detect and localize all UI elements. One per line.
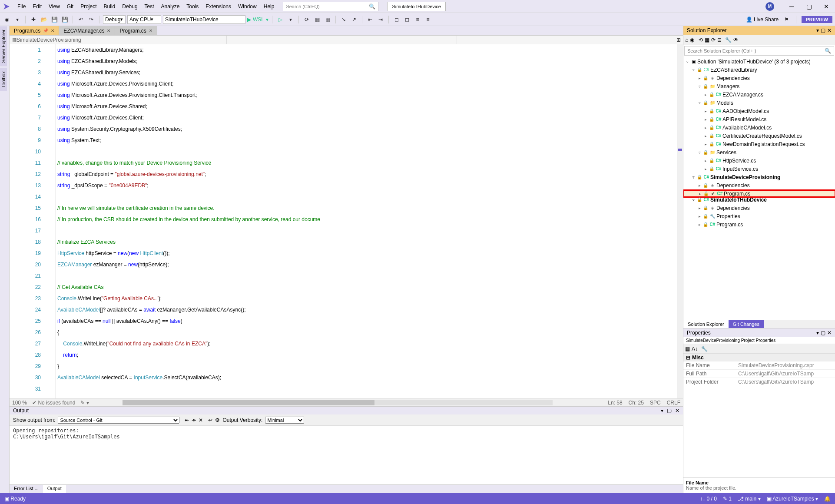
props-category[interactable]: ⊟ Misc — [683, 354, 835, 361]
props-maximize-icon[interactable]: ▢ — [821, 330, 825, 336]
tree-item-simulatedeviceprovisioning[interactable]: ▿🔒C# SimulateDeviceProvisioning — [683, 173, 835, 181]
tree-item-dependencies[interactable]: ▸🔒◈ Dependencies — [683, 181, 835, 189]
status-notification-icon[interactable]: 🔔 — [824, 496, 831, 502]
issues-indicator[interactable]: ✔ No issues found — [32, 400, 75, 406]
se-refresh-icon[interactable]: ⟳ — [711, 37, 716, 43]
feedback-icon[interactable]: ⚑ — [782, 15, 791, 24]
open-icon[interactable]: 📂 — [40, 15, 48, 24]
props-row-file-name[interactable]: File NameSimulateDeviceProvisioning.cspr — [683, 361, 835, 370]
redo-icon[interactable]: ↷ — [87, 15, 96, 24]
menu-view[interactable]: View — [45, 0, 63, 13]
tree-item-aadobjectmodel-cs[interactable]: ▸🔒C# AADObjectModel.cs — [683, 107, 835, 115]
health-icon[interactable]: ✎ ▾ — [80, 400, 89, 406]
output-verbosity-dropdown[interactable]: Minimal — [265, 417, 304, 424]
maximize-button[interactable]: ▢ — [800, 0, 818, 13]
se-tab[interactable]: Solution Explorer — [683, 320, 729, 328]
avatar[interactable]: M — [765, 2, 774, 11]
tree-item-availablecamodel-cs[interactable]: ▸🔒C# AvailableCAModel.cs — [683, 123, 835, 132]
props-cat-icon[interactable]: ▦ — [685, 346, 690, 352]
properties-subject[interactable]: SimulateDeviceProvisioning Project Prope… — [683, 337, 835, 344]
close-icon[interactable]: ✕ — [51, 28, 54, 33]
output-tab[interactable]: Output — [43, 485, 66, 493]
se-search[interactable]: 🔍 — [684, 46, 834, 56]
status-repo[interactable]: ▣ AzureIoTSamples ▾ — [767, 496, 818, 502]
doc-tab-0[interactable]: Program.cs📌✕ — [10, 26, 59, 35]
se-home-icon[interactable]: ⌂ — [685, 37, 688, 43]
menu-build[interactable]: Build — [100, 0, 119, 13]
tree-item-apiresultmodel-cs[interactable]: ▸🔒C# APIResultModel.cs — [683, 115, 835, 123]
se-search-input[interactable] — [687, 48, 825, 53]
output-clear-icon[interactable]: ✕ — [199, 417, 203, 423]
nav-scope-dropdown[interactable]: ▦ SimulateDeviceProvisioning — [10, 36, 227, 44]
tree-item-httpservice-cs[interactable]: ▸🔒C# HttpService.cs — [683, 156, 835, 165]
minimize-button[interactable]: ─ — [783, 0, 800, 13]
status-sync[interactable]: ↑↓ 0 / 0 — [700, 496, 717, 502]
output-close-icon[interactable]: ✕ — [675, 408, 679, 414]
doc-tab-2[interactable]: Program.cs✕ — [115, 26, 157, 35]
tree-item-program-cs[interactable]: ▸🔒C# Program.cs — [683, 220, 835, 229]
new-item-icon[interactable]: ✚ — [29, 15, 38, 24]
se-collapse-icon[interactable]: ⊟ — [717, 37, 722, 43]
se-maximize-icon[interactable]: ▢ — [821, 27, 825, 33]
status-changes[interactable]: ✎ 1 — [723, 496, 732, 502]
se-preview-icon[interactable]: 👁 — [733, 37, 739, 43]
status-branch[interactable]: ⎇ main ▾ — [738, 496, 761, 502]
menu-extensions[interactable]: Extensions — [202, 0, 235, 13]
menu-analyze[interactable]: Analyze — [158, 0, 183, 13]
preview-button[interactable]: PREVIEW — [802, 16, 832, 23]
tree-item-certificatecreaterequestmodel-cs[interactable]: ▸🔒C# CertificateCreateRequestModel.cs — [683, 132, 835, 140]
browser-link-icon[interactable]: ⟳ — [302, 15, 311, 24]
config-dropdown[interactable]: Debug ▾ — [103, 15, 126, 24]
close-button[interactable]: ✕ — [818, 0, 835, 13]
close-icon[interactable]: ✕ — [149, 28, 152, 33]
se-sync-icon[interactable]: ⟲ — [699, 37, 703, 43]
tree-item-simulateiothubdevice[interactable]: ▿🔒C# SimulateIoTHubDevice — [683, 196, 835, 204]
tree-item-dependencies[interactable]: ▸🔒◈ Dependencies — [683, 204, 835, 212]
nav-back-icon[interactable]: ◉ — [3, 15, 11, 24]
vertical-scrollbar[interactable] — [677, 44, 683, 398]
step-icon[interactable]: ↘ — [339, 15, 348, 24]
nav-class-dropdown[interactable] — [227, 36, 457, 44]
props-pages-icon[interactable]: 🔧 — [701, 346, 708, 352]
tree-item-inputservice-cs[interactable]: ▸🔒C# InputService.cs — [683, 165, 835, 173]
menu-window[interactable]: Window — [235, 0, 260, 13]
pin-icon[interactable]: 📌 — [43, 28, 48, 33]
ext3-icon[interactable]: ▦ — [323, 15, 332, 24]
nav-fwd-icon[interactable]: ▾ — [13, 15, 22, 24]
split-icon[interactable]: ⊞ — [674, 36, 683, 44]
zoom-level[interactable]: 100 % — [12, 400, 27, 406]
platform-dropdown[interactable]: Any CPU ▾ — [127, 15, 161, 24]
bookmark2-icon[interactable]: ◻ — [403, 15, 411, 24]
se-properties-icon[interactable]: 🔧 — [725, 37, 732, 43]
ext2-icon[interactable]: ▦ — [313, 15, 321, 24]
solution-tree[interactable]: ▿▣ Solution 'SimulateIoTHubDevice' (3 of… — [683, 56, 835, 320]
menu-help[interactable]: Help — [260, 0, 278, 13]
undo-icon[interactable]: ↶ — [76, 15, 85, 24]
tree-item-services[interactable]: ▿🔒📁 Services — [683, 148, 835, 156]
tree-item-properties[interactable]: ▸🔒🔧 Properties — [683, 212, 835, 220]
comment-icon[interactable]: ≡ — [413, 15, 422, 24]
close-icon[interactable]: ✕ — [107, 28, 110, 33]
tree-solution-root[interactable]: ▿▣ Solution 'SimulateIoTHubDevice' (3 of… — [683, 57, 835, 66]
output-pin-icon[interactable]: ▾ — [661, 408, 663, 414]
uncomment-icon[interactable]: ≡ — [424, 15, 432, 24]
props-close-icon[interactable]: ✕ — [827, 330, 832, 336]
menu-git[interactable]: Git — [63, 0, 77, 13]
error-list-tab[interactable]: Error List ... — [10, 485, 43, 493]
output-source-dropdown[interactable]: Source Control - Git — [58, 417, 179, 424]
output-wrap-icon[interactable]: ↩ — [208, 417, 212, 423]
menu-tools[interactable]: Tools — [183, 0, 202, 13]
doc-tab-1[interactable]: EZCAManager.cs✕ — [59, 26, 115, 35]
start-no-debug-icon[interactable]: ▷ — [276, 15, 285, 24]
output-maximize-icon[interactable]: ▢ — [667, 408, 672, 414]
tree-item-managers[interactable]: ▿🔒📁 Managers — [683, 82, 835, 90]
props-row-full-path[interactable]: Full PathC:\Users\igalf\Git\AzureIoTSamp — [683, 370, 835, 378]
save-all-icon[interactable]: 💾 — [60, 15, 69, 24]
menu-file[interactable]: File — [14, 0, 29, 13]
output-next-icon[interactable]: ↠ — [192, 417, 196, 423]
outdent-icon[interactable]: ⇤ — [366, 15, 374, 24]
ext1-icon[interactable]: ▾ — [286, 15, 295, 24]
global-search-input[interactable] — [286, 4, 369, 9]
tree-item-ezcasharedlibrary[interactable]: ▿🔒C# EZCASharedLibrary — [683, 66, 835, 74]
menu-edit[interactable]: Edit — [29, 0, 45, 13]
